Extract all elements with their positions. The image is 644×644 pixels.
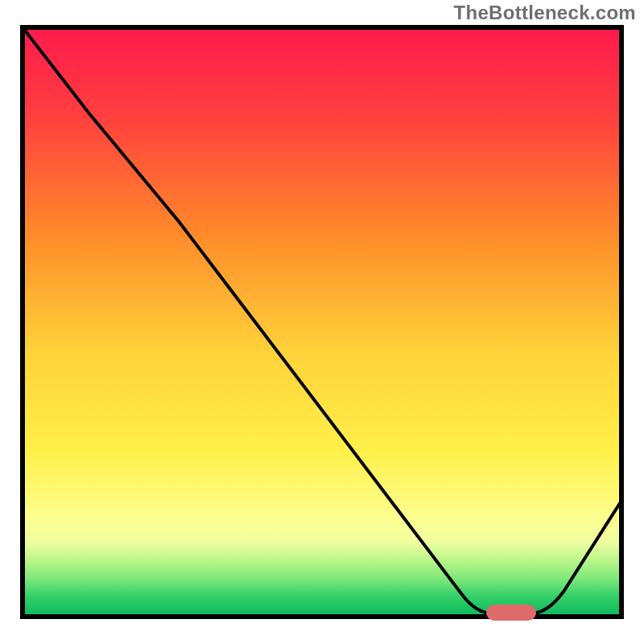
attribution-label: TheBottleneck.com: [454, 2, 636, 24]
gradient-background: [23, 27, 621, 617]
plot-area: [23, 27, 621, 621]
bottleneck-curve-plot: [0, 0, 644, 644]
optimal-marker: [486, 605, 536, 621]
chart-frame: TheBottleneck.com: [0, 0, 644, 644]
